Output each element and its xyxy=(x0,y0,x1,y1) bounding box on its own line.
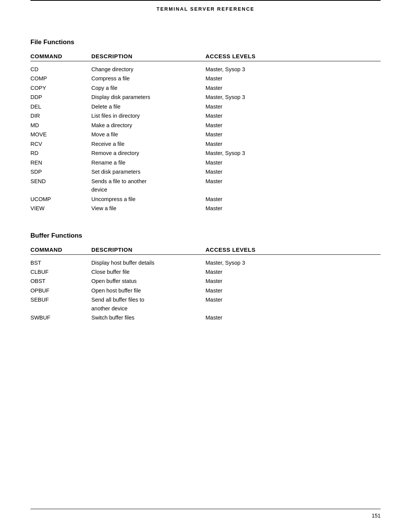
table-row: MOVE Move a file Master xyxy=(30,130,381,139)
table-row: OBST Open buffer status Master xyxy=(30,277,381,285)
cmd-md: MD xyxy=(30,121,91,129)
cmd-clbuf: CLBUF xyxy=(30,268,91,276)
buffer-functions-header-row: COMMAND DESCRIPTION ACCESS LEVELS xyxy=(30,246,381,255)
file-functions-table: COMMAND DESCRIPTION ACCESS LEVELS CD Cha… xyxy=(30,53,381,213)
desc-obst: Open buffer status xyxy=(91,277,206,285)
access-cd: Master, Sysop 3 xyxy=(206,65,381,73)
send-desc-line2: device xyxy=(91,185,206,194)
header-rule xyxy=(30,0,381,1)
desc-rd: Remove a directory xyxy=(91,149,206,157)
desc-copy: Copy a file xyxy=(91,84,206,92)
table-row: SWBUF Switch buffer files Master xyxy=(30,313,381,322)
access-rd: Master, Sysop 3 xyxy=(206,149,381,157)
cmd-comp: COMP xyxy=(30,74,91,83)
cmd-send: SEND xyxy=(30,177,91,185)
access-send: Master xyxy=(206,177,381,185)
cmd-ddp: DDP xyxy=(30,93,91,101)
desc-clbuf: Close buffer file xyxy=(91,268,206,276)
desc-ucomp: Uncompress a file xyxy=(91,195,206,203)
table-row: DIR List files in directory Master xyxy=(30,112,381,120)
file-functions-title: File Functions xyxy=(30,38,381,46)
cmd-dir: DIR xyxy=(30,112,91,120)
cmd-ren: REN xyxy=(30,158,91,167)
access-swbuf: Master xyxy=(206,313,381,322)
desc-sdp: Set disk parameters xyxy=(91,168,206,176)
footer-rule xyxy=(30,509,381,509)
bf-col-access-header: ACCESS LEVELS xyxy=(206,246,381,253)
access-ddp: Master, Sysop 3 xyxy=(206,93,381,101)
desc-cd: Change directory xyxy=(91,65,206,73)
table-row: CD Change directory Master, Sysop 3 xyxy=(30,65,381,73)
table-row: BST Display host buffer details Master, … xyxy=(30,259,381,267)
access-comp: Master xyxy=(206,74,381,83)
access-ucomp: Master xyxy=(206,195,381,203)
cmd-opbuf: OPBUF xyxy=(30,286,91,295)
desc-del: Delete a file xyxy=(91,102,206,111)
cmd-sebuf: SEBUF xyxy=(30,296,91,304)
header-title: TERMINAL SERVER REFERENCE xyxy=(30,3,381,23)
access-ren: Master xyxy=(206,158,381,167)
page-container: TERMINAL SERVER REFERENCE File Functions… xyxy=(0,0,411,532)
sebuf-desc-line2: another device xyxy=(91,304,206,313)
file-functions-section: File Functions COMMAND DESCRIPTION ACCES… xyxy=(30,38,381,213)
sebuf-desc-multiline: Send all buffer files to another device xyxy=(91,296,206,313)
desc-rcv: Receive a file xyxy=(91,140,206,148)
access-del: Master xyxy=(206,102,381,111)
cmd-cd: CD xyxy=(30,65,91,73)
access-rcv: Master xyxy=(206,140,381,148)
access-move: Master xyxy=(206,130,381,139)
cmd-copy: COPY xyxy=(30,84,91,92)
table-row: CLBUF Close buffer file Master xyxy=(30,268,381,276)
table-row: VIEW View a file Master xyxy=(30,204,381,212)
desc-opbuf: Open host buffer file xyxy=(91,286,206,295)
table-row: UCOMP Uncompress a file Master xyxy=(30,195,381,203)
table-row: DDP Display disk parameters Master, Syso… xyxy=(30,93,381,101)
table-row: RD Remove a directory Master, Sysop 3 xyxy=(30,149,381,157)
table-row: REN Rename a file Master xyxy=(30,158,381,167)
access-view: Master xyxy=(206,204,381,212)
page-number: 151 xyxy=(372,513,381,519)
access-dir: Master xyxy=(206,112,381,120)
access-sdp: Master xyxy=(206,168,381,176)
cmd-rd: RD xyxy=(30,149,91,157)
file-functions-header-row: COMMAND DESCRIPTION ACCESS LEVELS xyxy=(30,53,381,61)
desc-bst: Display host buffer details xyxy=(91,259,206,267)
table-row: DEL Delete a file Master xyxy=(30,102,381,111)
cmd-rcv: RCV xyxy=(30,140,91,148)
send-desc-multiline: Sends a file to another device xyxy=(91,177,206,194)
cmd-bst: BST xyxy=(30,259,91,267)
desc-md: Make a directory xyxy=(91,121,206,129)
cmd-swbuf: SWBUF xyxy=(30,313,91,322)
bf-col-command-header: COMMAND xyxy=(30,246,91,253)
access-bst: Master, Sysop 3 xyxy=(206,259,381,267)
bf-col-description-header: DESCRIPTION xyxy=(91,246,206,253)
cmd-ucomp: UCOMP xyxy=(30,195,91,203)
desc-comp: Compress a file xyxy=(91,74,206,83)
access-obst: Master xyxy=(206,277,381,285)
cmd-sdp: SDP xyxy=(30,168,91,176)
table-row: COPY Copy a file Master xyxy=(30,84,381,92)
ff-col-command-header: COMMAND xyxy=(30,53,91,59)
desc-ren: Rename a file xyxy=(91,158,206,167)
desc-sebuf: Send all buffer files to another device xyxy=(91,296,206,313)
buffer-functions-table: COMMAND DESCRIPTION ACCESS LEVELS BST Di… xyxy=(30,246,381,322)
access-opbuf: Master xyxy=(206,286,381,295)
desc-move: Move a file xyxy=(91,130,206,139)
access-md: Master xyxy=(206,121,381,129)
table-row: RCV Receive a file Master xyxy=(30,140,381,148)
cmd-obst: OBST xyxy=(30,277,91,285)
table-row: OPBUF Open host buffer file Master xyxy=(30,286,381,295)
table-row: SEBUF Send all buffer files to another d… xyxy=(30,296,381,313)
table-row: MD Make a directory Master xyxy=(30,121,381,129)
access-clbuf: Master xyxy=(206,268,381,276)
access-sebuf: Master xyxy=(206,296,381,304)
desc-view: View a file xyxy=(91,204,206,212)
buffer-functions-title: Buffer Functions xyxy=(30,232,381,240)
sebuf-desc-line1: Send all buffer files to xyxy=(91,296,206,304)
cmd-del: DEL xyxy=(30,102,91,111)
ff-col-access-header: ACCESS LEVELS xyxy=(206,53,381,59)
send-desc-line1: Sends a file to another xyxy=(91,177,206,185)
cmd-move: MOVE xyxy=(30,130,91,139)
cmd-view: VIEW xyxy=(30,204,91,212)
table-row: SDP Set disk parameters Master xyxy=(30,168,381,176)
